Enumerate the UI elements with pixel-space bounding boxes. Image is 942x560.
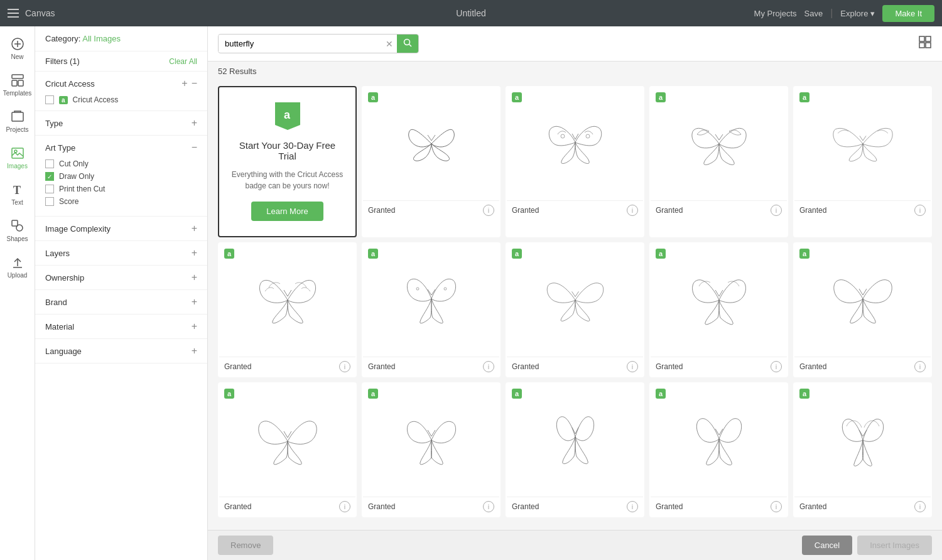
cut-only-checkbox[interactable] — [45, 159, 54, 168]
ownership-add-icon[interactable]: + — [192, 272, 197, 283]
learn-more-button[interactable]: Learn More — [251, 202, 323, 221]
filter-language-header[interactable]: Language + — [45, 345, 197, 357]
image-card-label-2: Granted — [512, 206, 539, 215]
print-cut-checkbox[interactable] — [45, 185, 54, 193]
sidebar-item-images[interactable]: Images — [0, 141, 35, 175]
image-card-11[interactable]: a Granted i — [362, 382, 501, 517]
image-card-10[interactable]: a Granted i — [218, 382, 357, 517]
cricut-badge-3: a — [656, 92, 666, 102]
filter-layers-header[interactable]: Layers + — [45, 247, 197, 259]
results-count: 52 Results — [208, 62, 942, 81]
icon-sidebar: New Templates Projects Images T Text — [0, 26, 35, 560]
my-projects-link[interactable]: My Projects — [754, 9, 797, 18]
image-card-3[interactable]: a Granted i — [649, 86, 788, 237]
search-button[interactable] — [397, 35, 418, 53]
page-title[interactable]: Untitled — [456, 8, 485, 18]
sidebar-item-new[interactable]: New — [0, 31, 35, 65]
sidebar-item-text[interactable]: T Text — [0, 177, 35, 211]
sidebar-item-templates[interactable]: Templates — [0, 68, 35, 102]
brand-add-icon[interactable]: + — [192, 296, 197, 308]
sidebar-item-upload[interactable]: Upload — [0, 250, 35, 284]
image-card-label-12: Granted — [512, 502, 539, 511]
info-icon-13[interactable]: i — [771, 501, 782, 512]
promo-description: Everything with the Cricut Access badge … — [229, 169, 345, 191]
explore-chevron-icon — [870, 9, 875, 18]
info-icon-10[interactable]: i — [339, 501, 350, 512]
sidebar-item-label-projects: Projects — [6, 126, 28, 133]
cancel-button[interactable]: Cancel — [802, 536, 852, 555]
filter-section-cricut-access: Cricut Access + − a Cricut Access — [35, 72, 207, 111]
image-card-4[interactable]: a Granted i — [793, 86, 932, 237]
info-icon-12[interactable]: i — [627, 501, 638, 512]
cricut-badge-1: a — [368, 92, 378, 102]
main-content: ✕ 52 Results a — [208, 26, 942, 560]
images-icon — [10, 146, 25, 161]
sidebar-item-label-images: Images — [7, 163, 28, 170]
art-type-print-cut: Print then Cut — [45, 185, 197, 193]
search-clear-icon[interactable]: ✕ — [382, 39, 397, 49]
image-card-label-5: Granted — [224, 362, 251, 371]
explore-menu[interactable]: Explore — [840, 9, 875, 18]
layers-add-icon[interactable]: + — [192, 247, 197, 259]
cricut-access-minus-icon[interactable]: − — [192, 78, 197, 89]
app-title: Canvas — [25, 8, 55, 18]
info-icon-6[interactable]: i — [483, 361, 494, 372]
image-card-6[interactable]: a Granted i — [362, 242, 501, 377]
filter-header-row: Filters (1) Clear All — [35, 51, 207, 72]
sidebar-item-projects[interactable]: Projects — [0, 104, 35, 138]
make-it-button[interactable]: Make It — [882, 5, 934, 22]
type-add-icon[interactable]: + — [192, 117, 197, 129]
info-icon-7[interactable]: i — [627, 361, 638, 372]
image-card-14[interactable]: a Granted i — [793, 382, 932, 517]
filter-brand-header[interactable]: Brand + — [45, 296, 197, 308]
score-checkbox[interactable] — [45, 197, 54, 206]
image-complexity-add-icon[interactable]: + — [192, 223, 197, 234]
svg-point-23 — [561, 134, 565, 138]
draw-only-checkbox[interactable] — [45, 172, 54, 181]
save-link[interactable]: Save — [804, 9, 823, 18]
category-value[interactable]: All Images — [82, 34, 121, 43]
info-icon-9[interactable]: i — [914, 361, 926, 372]
info-icon-3[interactable]: i — [771, 205, 782, 216]
grid-toggle-icon[interactable] — [918, 35, 932, 52]
filter-ownership-header[interactable]: Ownership + — [45, 272, 197, 283]
filter-material-header[interactable]: Material + — [45, 321, 197, 332]
remove-button: Remove — [218, 536, 273, 555]
info-icon-8[interactable]: i — [771, 361, 782, 372]
svg-line-25 — [572, 134, 575, 139]
clear-all-button[interactable]: Clear All — [169, 57, 197, 66]
filter-cricut-access-header[interactable]: Cricut Access + − — [45, 78, 197, 89]
nav-left: Canvas — [8, 8, 55, 18]
hamburger-menu[interactable] — [8, 9, 19, 18]
image-card-label-6: Granted — [368, 362, 395, 371]
svg-line-41 — [859, 289, 863, 295]
image-card-5[interactable]: a Granted — [218, 242, 357, 377]
image-card-12[interactable]: a Granted i — [506, 382, 644, 517]
info-icon-4[interactable]: i — [914, 205, 926, 216]
filter-art-type-header[interactable]: Art Type − — [45, 142, 197, 153]
filter-type-header[interactable]: Type + — [45, 117, 197, 129]
material-add-icon[interactable]: + — [192, 321, 197, 332]
info-icon-1[interactable]: i — [483, 205, 494, 216]
image-card-9[interactable]: a Granted i — [793, 242, 932, 377]
image-card-1[interactable]: a Granted i — [362, 86, 501, 237]
svg-line-47 — [572, 428, 575, 434]
image-card-2[interactable]: a Granted — [506, 86, 644, 237]
search-input[interactable] — [219, 35, 382, 52]
image-card-8[interactable]: a Granted i — [649, 242, 788, 377]
svg-rect-4 — [12, 80, 17, 86]
language-add-icon[interactable]: + — [192, 345, 197, 357]
plus-icon — [10, 36, 25, 51]
image-card-7[interactable]: a Granted i — [506, 242, 644, 377]
info-icon-5[interactable]: i — [339, 361, 350, 372]
cricut-access-add-icon[interactable]: + — [181, 78, 187, 89]
info-icon-14[interactable]: i — [914, 501, 926, 512]
art-type-minus-icon[interactable]: − — [192, 142, 197, 153]
promo-card[interactable]: a Start Your 30-Day Free Trial Everythin… — [218, 86, 357, 237]
cricut-access-checkbox[interactable] — [45, 95, 54, 104]
info-icon-2[interactable]: i — [627, 205, 638, 216]
filter-image-complexity-header[interactable]: Image Complexity + — [45, 223, 197, 234]
image-card-13[interactable]: a Granted i — [649, 382, 788, 517]
info-icon-11[interactable]: i — [483, 501, 494, 512]
sidebar-item-shapes[interactable]: Shapes — [0, 213, 35, 247]
